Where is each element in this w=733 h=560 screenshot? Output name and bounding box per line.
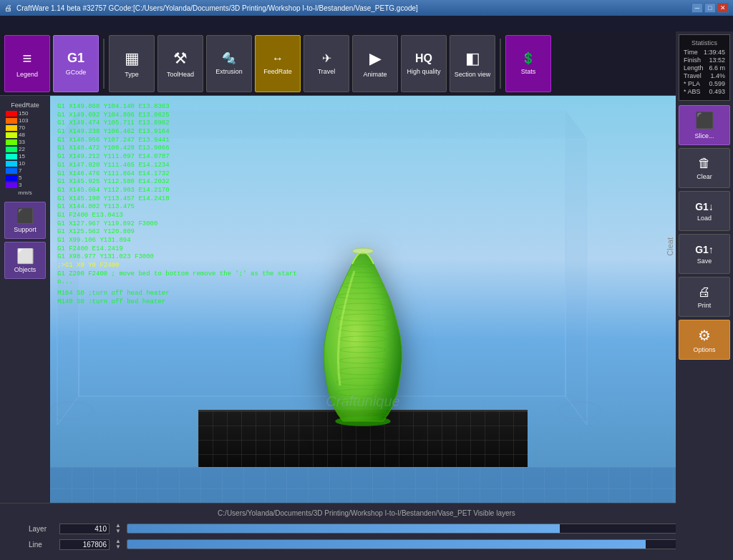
svg-point-4 xyxy=(50,402,93,419)
animate-button[interactable]: ▶ Animate xyxy=(352,35,398,92)
layer-slider[interactable] xyxy=(127,524,704,534)
layer-slider-row: Layer ▲ ▼ xyxy=(29,523,704,534)
feedrate-item-22: 22 xyxy=(6,146,44,152)
close-button[interactable]: ✕ xyxy=(717,3,729,13)
animate-icon: ▶ xyxy=(369,49,382,68)
load-button[interactable]: G1↓ Load xyxy=(679,191,730,231)
feedrate-icon: ↔ xyxy=(272,52,283,65)
feedrate-color-15 xyxy=(6,154,17,159)
bottom-bar: C:/Users/Yolanda/Documents/3D Printing/W… xyxy=(0,503,733,560)
toolbar-separator-2 xyxy=(500,39,501,89)
toolhead-button[interactable]: ⚒ ToolHead xyxy=(157,35,203,92)
legend-icon: ≡ xyxy=(23,49,32,68)
app-logo: 🖨 xyxy=(4,4,12,12)
line-input[interactable] xyxy=(59,539,110,550)
layer-input[interactable] xyxy=(59,524,110,534)
feedrate-button[interactable]: ↔ FeedRate xyxy=(255,35,301,92)
stats-button[interactable]: 💲 Stats xyxy=(505,35,551,92)
line-slider-fill xyxy=(127,540,646,549)
layer-down-arrow[interactable]: ▼ xyxy=(115,529,121,534)
feedrate-item-10: 10 xyxy=(6,160,44,167)
load-icon: G1↓ xyxy=(695,201,714,212)
support-button[interactable]: ⬛ Support xyxy=(4,202,46,239)
feedrate-color-150 xyxy=(6,111,17,117)
gcode-overlay: G1 X149.868 Y104.140 E13.8363 G1 X149.69… xyxy=(57,103,301,303)
feedrate-item-7: 7 xyxy=(6,167,44,174)
toolbar-separator xyxy=(103,39,105,89)
feedrate-item-103: 103 xyxy=(6,117,44,124)
feedrate-unit: mm/s xyxy=(6,190,44,196)
left-sidebar: FeedRate 150 103 70 48 33 xyxy=(0,96,50,503)
options-icon: ⚙ xyxy=(698,327,711,344)
type-icon: ▦ xyxy=(125,49,140,68)
travel-button[interactable]: ✈ Travel xyxy=(304,35,349,92)
viewport-background: G1 X149.868 Y104.140 E13.8363 G1 X149.69… xyxy=(50,96,676,503)
right-sidebar: Statistics Time 1:39:45 Finish 13:52 Len… xyxy=(676,31,733,560)
stats-pla: * PLA 0.599 xyxy=(684,80,725,87)
clear-button[interactable]: 🗑 Clear xyxy=(679,148,730,188)
statistics-panel: Statistics Time 1:39:45 Finish 13:52 Len… xyxy=(679,34,730,101)
feedrate-item-5: 5 xyxy=(6,175,44,181)
cleat-label: Cleat xyxy=(666,237,674,256)
save-icon: G1↑ xyxy=(695,244,714,255)
feedrate-color-48 xyxy=(6,132,17,138)
layer-arrows[interactable]: ▲ ▼ xyxy=(115,523,121,534)
vase-rim xyxy=(352,248,374,254)
line-arrows[interactable]: ▲ ▼ xyxy=(115,539,121,550)
feedrate-item-150: 150 xyxy=(6,110,44,117)
type-button[interactable]: ▦ Type xyxy=(109,35,155,92)
support-icon: ⬛ xyxy=(16,207,34,225)
feedrate-color-70 xyxy=(6,125,17,131)
toolhead-icon: ⚒ xyxy=(173,49,188,68)
feedrate-item-70: 70 xyxy=(6,124,44,131)
layer-label: Layer xyxy=(29,525,54,533)
feedrate-item-48: 48 xyxy=(6,132,44,138)
objects-button[interactable]: ⬜ Objects xyxy=(4,242,46,279)
hq-button[interactable]: HQ High quality xyxy=(401,35,447,92)
line-down-arrow[interactable]: ▼ xyxy=(115,544,121,550)
hq-icon: HQ xyxy=(415,52,432,65)
stats-finish: Finish 13:52 xyxy=(684,57,725,64)
clear-icon: 🗑 xyxy=(698,156,711,171)
extrusion-button[interactable]: 🔩 Extrusion xyxy=(206,35,252,92)
line-label: Line xyxy=(29,541,54,549)
gcode-icon: G1 xyxy=(67,51,84,66)
watermark: Craftunique xyxy=(326,393,399,410)
feedrate-color-3 xyxy=(6,182,17,188)
legend-button[interactable]: ≡ Legend xyxy=(4,35,50,92)
feedrate-color-103 xyxy=(6,118,17,124)
gcode-button[interactable]: G1 GCode xyxy=(53,35,99,92)
feedrate-color-7 xyxy=(6,168,17,174)
stats-abs: * ABS 0.493 xyxy=(684,88,725,95)
print-button[interactable]: 🖨 Print xyxy=(679,277,730,317)
stats-time: Time 1:39:45 xyxy=(684,49,725,56)
feedrate-legend-title: FeedRate xyxy=(6,102,44,109)
section-button[interactable]: ◧ Section view xyxy=(450,35,495,92)
stats-icon: 💲 xyxy=(521,51,535,65)
feedrate-color-5 xyxy=(6,175,17,181)
feedrate-legend: FeedRate 150 103 70 48 33 xyxy=(3,99,47,199)
window-controls: ─ □ ✕ xyxy=(691,3,729,13)
line-slider-row: Line ▲ ▼ xyxy=(29,539,704,550)
statistics-title: Statistics xyxy=(684,39,725,46)
objects-icon: ⬜ xyxy=(16,247,34,265)
floor-grid xyxy=(50,467,676,503)
slice-button[interactable]: ⬛ Slice... xyxy=(679,105,730,145)
print-icon: 🖨 xyxy=(698,285,711,300)
svg-marker-2 xyxy=(565,110,587,425)
line-slider[interactable] xyxy=(127,539,704,549)
maximize-button[interactable]: □ xyxy=(704,3,716,13)
extrusion-icon: 🔩 xyxy=(222,51,236,65)
layer-slider-fill xyxy=(127,524,560,533)
svg-point-5 xyxy=(558,402,601,419)
file-path: C:/Users/Yolanda/Documents/3D Printing/W… xyxy=(29,509,704,517)
minimize-button[interactable]: ─ xyxy=(691,3,703,13)
slice-icon: ⬛ xyxy=(695,112,714,130)
options-button[interactable]: ⚙ Options xyxy=(679,320,730,360)
viewport[interactable]: G1 X149.868 Y104.140 E13.8363 G1 X149.69… xyxy=(50,96,676,503)
save-button[interactable]: G1↑ Save xyxy=(679,234,730,274)
feedrate-color-33 xyxy=(6,139,17,145)
toolbar: ≡ Legend G1 GCode ▦ Type ⚒ ToolHead 🔩 Ex… xyxy=(0,31,676,96)
feedrate-color-22 xyxy=(6,147,17,152)
titlebar: 🖨 CraftWare 1.14 beta #32757 GCode:[C:/U… xyxy=(0,0,733,16)
